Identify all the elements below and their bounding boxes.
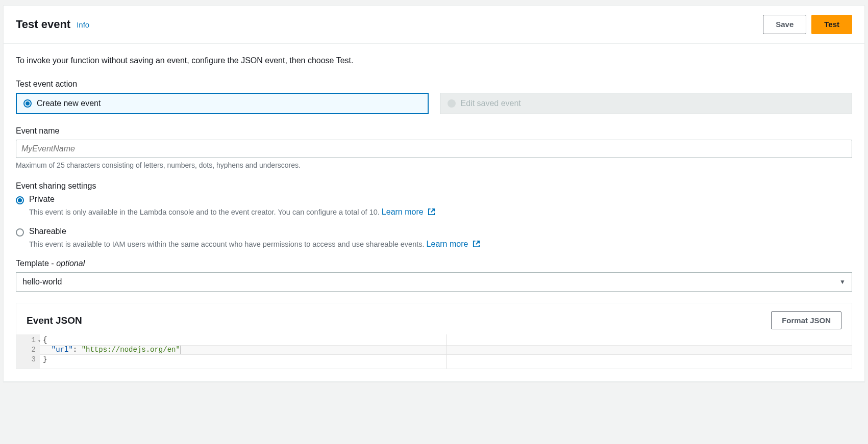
radio-icon xyxy=(23,99,32,108)
external-link-icon xyxy=(473,240,480,250)
template-select[interactable]: hello-world ▼ xyxy=(16,272,852,292)
action-label: Test event action xyxy=(16,80,852,89)
event-name-helper: Maximum of 25 characters consisting of l… xyxy=(16,161,852,169)
json-editor[interactable]: 1▾ 2 3 { "url": "https://nodejs.org/en" … xyxy=(16,334,852,369)
save-button[interactable]: Save xyxy=(763,15,806,34)
sharing-label: Event sharing settings xyxy=(16,181,852,191)
private-title: Private xyxy=(29,195,55,204)
private-desc: This event is only available in the Lamb… xyxy=(29,207,852,218)
learn-more-shareable-link[interactable]: Learn more xyxy=(427,240,480,248)
sharing-shareable-option[interactable]: Shareable xyxy=(16,227,852,237)
shareable-title: Shareable xyxy=(29,227,66,236)
panel-title: Test event xyxy=(16,18,70,31)
test-event-panel: Test event Info Save Test To invoke your… xyxy=(3,5,865,382)
json-header: Event JSON Format JSON xyxy=(16,303,852,334)
text-cursor xyxy=(181,346,181,354)
editor-body[interactable]: { "url": "https://nodejs.org/en" } xyxy=(40,334,852,369)
create-new-event-tile[interactable]: Create new event xyxy=(16,93,429,114)
editor-gutter: 1▾ 2 3 xyxy=(16,334,40,369)
create-new-event-label: Create new event xyxy=(37,99,101,108)
test-button[interactable]: Test xyxy=(811,15,852,34)
template-label: Template - optional xyxy=(16,259,852,268)
learn-more-private-link[interactable]: Learn more xyxy=(382,207,435,216)
shareable-desc: This event is available to IAM users wit… xyxy=(29,240,852,250)
event-name-label: Event name xyxy=(16,126,852,136)
sharing-private-option[interactable]: Private xyxy=(16,195,852,204)
intro-text: To invoke your function without saving a… xyxy=(16,56,852,65)
action-toggle-row: Create new event Edit saved event xyxy=(16,93,852,114)
info-link[interactable]: Info xyxy=(77,20,89,29)
format-json-button[interactable]: Format JSON xyxy=(771,311,841,329)
external-link-icon xyxy=(428,208,435,218)
header-actions: Save Test xyxy=(763,15,852,34)
panel-header: Test event Info Save Test xyxy=(4,6,864,44)
radio-icon xyxy=(16,228,24,237)
radio-icon xyxy=(16,196,24,204)
template-value: hello-world xyxy=(22,277,62,286)
event-name-input[interactable] xyxy=(16,140,852,158)
edit-saved-event-label: Edit saved event xyxy=(461,99,521,108)
chevron-down-icon: ▼ xyxy=(839,278,846,285)
radio-icon xyxy=(448,99,456,108)
edit-saved-event-tile: Edit saved event xyxy=(440,93,853,114)
json-title: Event JSON xyxy=(27,315,82,326)
event-json-panel: Event JSON Format JSON 1▾ 2 3 { "url": "… xyxy=(16,303,852,369)
panel-body: To invoke your function without saving a… xyxy=(4,44,864,381)
